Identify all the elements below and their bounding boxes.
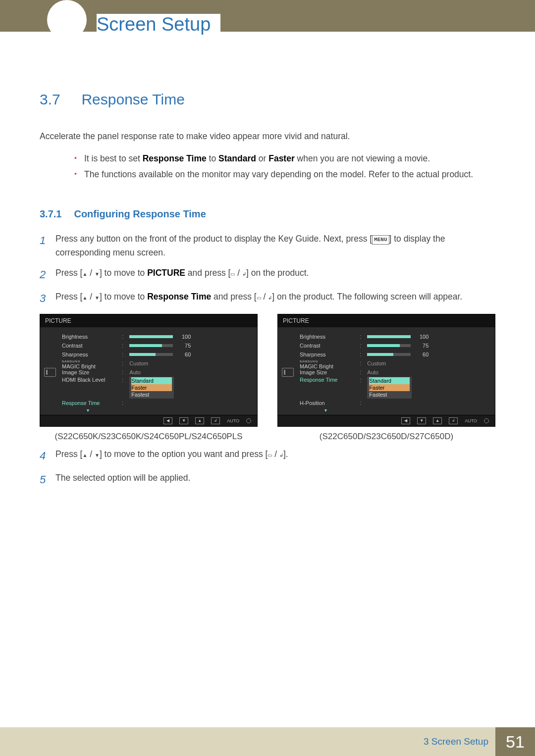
section-intro: Accelerate the panel response rate to ma… (40, 130, 495, 143)
osd-enter-icon: ↲ (211, 417, 220, 424)
step-item: 4 Press [ / ] to move to the option you … (40, 448, 495, 464)
note-list: It is best to set Response Time to Stand… (74, 151, 495, 181)
osd-down-icon: ▼ (179, 417, 188, 424)
down-icon (95, 292, 100, 302)
osd-up-icon: ▲ (433, 417, 442, 424)
up-icon (82, 449, 87, 459)
osd-footer: ◀ ▼ ▲ ↲ AUTO (278, 415, 495, 426)
enter-icon (242, 268, 246, 278)
subsection-title: Configuring Response Time (74, 208, 206, 219)
subsection-heading: 3.7.1 Configuring Response Time (40, 208, 495, 220)
step-number: 1 (40, 232, 55, 259)
osd-up-icon: ▲ (195, 417, 204, 424)
note-item: It is best to set Response Time to Stand… (74, 151, 495, 165)
osd-down-icon: ▼ (417, 417, 426, 424)
osd-power-icon (484, 418, 489, 423)
step-item: 5 The selected option will be applied. (40, 471, 495, 488)
osd-panel-left: PICTURE Brightness:100 Contrast:75 Sharp… (40, 314, 258, 427)
source-icon (268, 449, 272, 459)
step-text: Press any button on the front of the pro… (55, 232, 495, 259)
osd-dropdown: Standard Faster Fastest (367, 377, 412, 399)
section-heading: 3.7 Response Time (40, 91, 495, 108)
chapter-circle (47, 0, 87, 40)
step-text: Press [ / ] to move to PICTURE and press… (55, 266, 495, 283)
osd-auto-label: AUTO (227, 418, 239, 423)
osd-footer: ◀ ▼ ▲ ↲ AUTO (40, 415, 257, 426)
source-icon (230, 268, 235, 278)
osd-dropdown: Standard Faster Fastest (129, 377, 174, 399)
osd-panel-right: PICTURE Brightness:100 Contrast:75 Sharp… (277, 314, 495, 427)
osd-caption-right: (S22C650D/S23C650D/S27C650D) (277, 431, 495, 443)
osd-power-icon (246, 418, 251, 423)
osd-left-icon: ◀ (401, 417, 410, 424)
subsection-number: 3.7.1 (40, 208, 72, 220)
osd-screenshots-row: PICTURE Brightness:100 Contrast:75 Sharp… (40, 314, 495, 443)
note-item: The functions available on the monitor m… (74, 167, 495, 181)
step-item: 2 Press [ / ] to move to PICTURE and pre… (40, 266, 495, 283)
step-item: 1 Press any button on the front of the p… (40, 232, 495, 259)
step-number: 3 (40, 290, 55, 307)
content-area: 3.7 Response Time Accelerate the panel r… (0, 32, 535, 488)
footer-page-number: 51 (495, 727, 535, 756)
section-title: Response Time (81, 91, 184, 108)
step-text: The selected option will be applied. (55, 471, 495, 488)
osd-more-icon: ▾ (300, 407, 491, 413)
osd-enter-icon: ↲ (449, 417, 458, 424)
step-item: 3 Press [ / ] to move to Response Time a… (40, 290, 495, 307)
osd-caption-left: (S22C650K/S23C650K/S24C650PL/S24C650PLS (40, 431, 258, 443)
osd-title: PICTURE (278, 314, 495, 327)
chapter-title: Screen Setup (97, 14, 220, 35)
osd-sidebar-icon (282, 368, 294, 377)
osd-left-icon: ◀ (163, 417, 172, 424)
footer-chapter-label: 3 Screen Setup (424, 736, 488, 747)
section-number: 3.7 (40, 91, 79, 108)
osd-title: PICTURE (40, 314, 257, 327)
osd-left-column: PICTURE Brightness:100 Contrast:75 Sharp… (40, 314, 258, 443)
step-number: 5 (40, 471, 55, 488)
step-number: 2 (40, 266, 55, 283)
osd-right-column: PICTURE Brightness:100 Contrast:75 Sharp… (277, 314, 495, 443)
step-text: Press [ / ] to move to Response Time and… (55, 290, 495, 307)
down-icon (95, 268, 100, 278)
header-bar: Screen Setup (0, 0, 535, 32)
footer-bar: 3 Screen Setup 51 (0, 727, 535, 756)
osd-sidebar-icon (44, 368, 56, 377)
menu-key-icon: MENU (372, 235, 389, 245)
step-text: Press [ / ] to move to the option you wa… (55, 448, 495, 464)
up-icon (82, 268, 87, 278)
enter-icon (279, 449, 283, 459)
source-icon (257, 292, 261, 302)
step-number: 4 (40, 448, 55, 464)
down-icon (95, 449, 100, 459)
osd-auto-label: AUTO (465, 418, 477, 423)
steps-list: 1 Press any button on the front of the p… (40, 232, 495, 488)
osd-more-icon: ▾ (62, 407, 253, 413)
up-icon (82, 292, 87, 302)
